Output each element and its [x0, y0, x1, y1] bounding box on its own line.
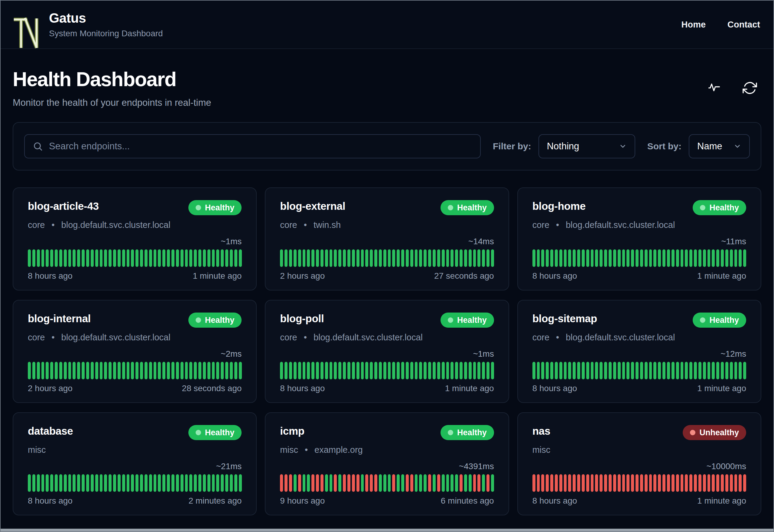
history-bar[interactable]	[361, 249, 364, 267]
refresh-button[interactable]	[743, 81, 757, 95]
history-bar[interactable]	[347, 474, 350, 492]
history-bar[interactable]	[676, 362, 679, 379]
history-bar[interactable]	[464, 362, 467, 379]
history-bar[interactable]	[225, 249, 228, 267]
history-bar[interactable]	[433, 474, 436, 492]
history-bar[interactable]	[415, 249, 418, 267]
history-bar[interactable]	[626, 249, 629, 267]
history-bar[interactable]	[455, 474, 458, 492]
history-bar[interactable]	[450, 362, 454, 379]
history-bar[interactable]	[401, 249, 404, 267]
history-bar[interactable]	[573, 474, 576, 492]
history-bar[interactable]	[68, 362, 71, 379]
history-bar[interactable]	[640, 362, 643, 379]
history-bar[interactable]	[442, 362, 445, 379]
history-bar[interactable]	[198, 362, 201, 379]
history-bar[interactable]	[118, 474, 121, 492]
history-bar[interactable]	[397, 362, 400, 379]
history-bar[interactable]	[203, 362, 206, 379]
history-bar[interactable]	[491, 474, 494, 492]
history-bar[interactable]	[285, 249, 288, 267]
history-bar[interactable]	[672, 249, 675, 267]
history-bar[interactable]	[730, 249, 733, 267]
history-bar[interactable]	[154, 474, 157, 492]
history-bar[interactable]	[609, 474, 612, 492]
history-bar[interactable]	[460, 474, 463, 492]
history-bar[interactable]	[577, 249, 580, 267]
endpoint-card[interactable]: blog-article-43 Healthy core • blog.defa…	[13, 187, 257, 290]
history-bar[interactable]	[131, 362, 134, 379]
history-bar[interactable]	[162, 362, 165, 379]
history-bar[interactable]	[64, 474, 67, 492]
history-bar[interactable]	[118, 249, 121, 267]
history-bar[interactable]	[221, 249, 224, 267]
history-bar[interactable]	[379, 474, 382, 492]
history-bar[interactable]	[216, 474, 219, 492]
history-bar[interactable]	[618, 362, 621, 379]
history-bar[interactable]	[316, 474, 319, 492]
history-bar[interactable]	[316, 249, 319, 267]
history-bar[interactable]	[685, 362, 688, 379]
history-bar[interactable]	[689, 249, 692, 267]
history-bar[interactable]	[568, 474, 571, 492]
history-bar[interactable]	[194, 474, 197, 492]
history-bar[interactable]	[631, 249, 634, 267]
history-bar[interactable]	[573, 362, 576, 379]
history-bar[interactable]	[307, 249, 310, 267]
history-bar[interactable]	[82, 249, 85, 267]
history-bar[interactable]	[234, 474, 237, 492]
history-bar[interactable]	[559, 474, 562, 492]
history-bar[interactable]	[550, 362, 553, 379]
history-bar[interactable]	[320, 474, 324, 492]
history-bar[interactable]	[586, 362, 589, 379]
history-bar[interactable]	[50, 249, 53, 267]
history-bar[interactable]	[477, 249, 480, 267]
history-bar[interactable]	[631, 362, 634, 379]
history-bar[interactable]	[716, 474, 719, 492]
history-bar[interactable]	[234, 249, 237, 267]
history-bar[interactable]	[221, 362, 224, 379]
history-bar[interactable]	[712, 249, 715, 267]
history-bar[interactable]	[356, 249, 359, 267]
history-bar[interactable]	[203, 249, 206, 267]
history-bar[interactable]	[428, 249, 431, 267]
history-bar[interactable]	[424, 474, 427, 492]
history-bar[interactable]	[743, 362, 746, 379]
history-bar[interactable]	[739, 474, 742, 492]
history-bar[interactable]	[285, 474, 288, 492]
history-bar[interactable]	[171, 249, 174, 267]
history-bar[interactable]	[486, 362, 489, 379]
history-bar[interactable]	[392, 362, 395, 379]
history-bar[interactable]	[672, 362, 675, 379]
history-bar[interactable]	[325, 474, 328, 492]
history-bar[interactable]	[550, 474, 553, 492]
history-bar[interactable]	[564, 474, 567, 492]
history-bar[interactable]	[469, 362, 472, 379]
history-bar[interactable]	[91, 474, 94, 492]
history-bar[interactable]	[694, 249, 697, 267]
history-bar[interactable]	[154, 362, 157, 379]
history-bar[interactable]	[303, 474, 306, 492]
history-bar[interactable]	[50, 474, 53, 492]
history-bar[interactable]	[289, 249, 292, 267]
history-bar[interactable]	[32, 474, 35, 492]
history-bar[interactable]	[140, 249, 143, 267]
search-input[interactable]	[49, 141, 472, 152]
history-bar[interactable]	[546, 474, 549, 492]
history-bar[interactable]	[428, 362, 431, 379]
history-bar[interactable]	[140, 362, 143, 379]
history-bar[interactable]	[707, 474, 711, 492]
history-bar[interactable]	[122, 249, 125, 267]
history-bar[interactable]	[86, 362, 89, 379]
history-bar[interactable]	[658, 362, 661, 379]
history-bar[interactable]	[230, 362, 233, 379]
history-bar[interactable]	[730, 362, 733, 379]
history-bar[interactable]	[460, 362, 463, 379]
history-bar[interactable]	[442, 249, 445, 267]
history-bar[interactable]	[406, 474, 409, 492]
history-bar[interactable]	[207, 249, 210, 267]
history-bar[interactable]	[294, 474, 297, 492]
history-bar[interactable]	[424, 362, 427, 379]
history-bar[interactable]	[482, 474, 485, 492]
history-bar[interactable]	[401, 474, 404, 492]
